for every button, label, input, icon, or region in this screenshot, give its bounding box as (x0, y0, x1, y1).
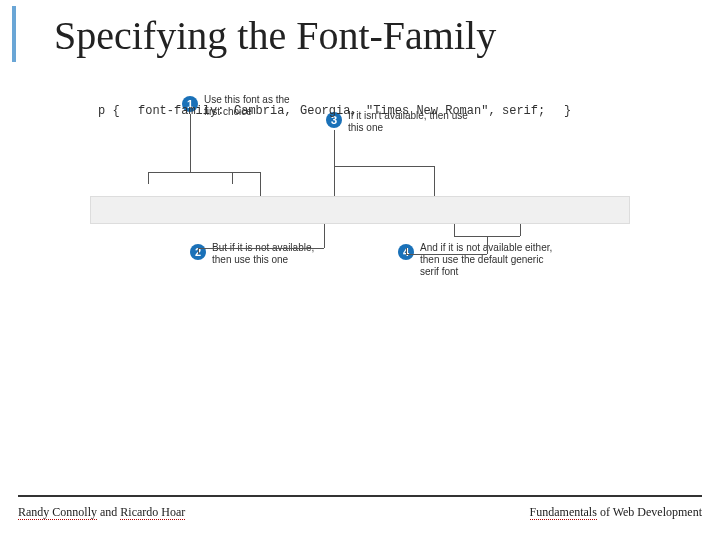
book-word-1: Fundamentals (530, 505, 597, 520)
author-1: Randy Connolly (18, 505, 97, 520)
slide: Specifying the Font-Family 1 Use this fo… (0, 0, 720, 540)
connector-line (406, 254, 487, 255)
code-band (90, 196, 630, 224)
connector-line (434, 166, 435, 196)
code-selector: p { (98, 98, 120, 124)
footer-rule (18, 495, 702, 497)
code-font-1: Cambria, (234, 98, 292, 124)
code-font-4: serif; (502, 98, 545, 124)
connector-line (324, 224, 325, 248)
footer-authors: Randy Connolly and Ricardo Hoar (18, 505, 185, 520)
connector-line (198, 248, 324, 249)
code-close: } (564, 98, 571, 124)
connector-line (198, 248, 199, 254)
accent-bar (12, 6, 16, 62)
code-font-2: Georgia, (300, 98, 358, 124)
connector-line (190, 172, 260, 173)
footer-and: and (97, 505, 120, 519)
connector-line (454, 224, 455, 236)
connector-line (520, 224, 521, 236)
code-property: font-family: (138, 98, 224, 124)
connector-line (406, 248, 407, 254)
connector-line (190, 114, 191, 172)
book-rest: of Web Development (597, 505, 702, 519)
page-title: Specifying the Font-Family (54, 12, 496, 59)
author-2: Ricardo Hoar (120, 505, 185, 520)
font-family-diagram: 1 Use this font as the first choice 3 If… (90, 98, 630, 298)
connector-line (487, 236, 488, 254)
connector-line (334, 166, 434, 167)
connector-line (334, 166, 335, 196)
connector-line (334, 130, 335, 166)
connector-line (148, 172, 149, 184)
connector-line (260, 172, 261, 196)
footer-book: Fundamentals of Web Development (530, 505, 702, 520)
annotation-2: But if it is not available, then use thi… (212, 242, 322, 266)
connector-line (232, 172, 233, 184)
annotation-4: And if it is not available either, then … (420, 242, 560, 278)
code-font-3: "Times New Roman", (366, 98, 496, 124)
